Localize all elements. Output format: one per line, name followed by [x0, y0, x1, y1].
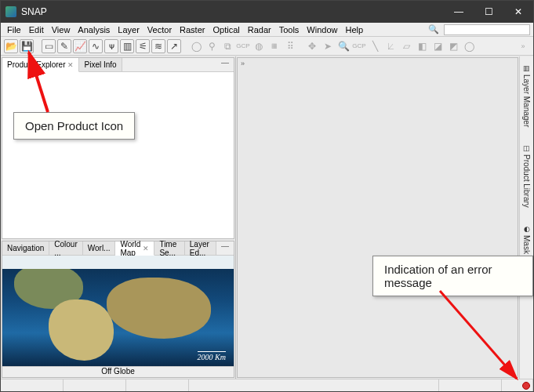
world-map-panel: Navigation Colour ... Worl... World Map …	[2, 241, 234, 378]
left-column: Product Explorer ✕ Pixel Info — Navigati…	[1, 56, 236, 379]
close-button[interactable]: ✕	[503, 1, 533, 23]
cluster-icon[interactable]: ⠿	[283, 39, 297, 53]
left-top-tabs: Product Explorer ✕ Pixel Info —	[2, 58, 234, 72]
tab-label: Colour ...	[54, 240, 77, 257]
menu-tools[interactable]: Tools	[276, 25, 303, 34]
profile-icon[interactable]: ↗	[167, 39, 181, 53]
tab-pixel-info[interactable]: Pixel Info	[79, 58, 122, 71]
main-overflow-icon[interactable]: »	[241, 60, 245, 67]
product-explorer-body[interactable]	[2, 72, 234, 238]
histogram-icon[interactable]: ▥	[120, 39, 134, 53]
main-view[interactable]: »	[237, 57, 518, 378]
callout-text: Open Product Icon	[25, 119, 123, 132]
open-product-button[interactable]: 📂	[4, 39, 18, 53]
tab-label: World Map	[120, 240, 140, 257]
product-explorer-panel: Product Explorer ✕ Pixel Info —	[2, 57, 234, 239]
search-box: 🔍	[425, 24, 530, 35]
app-window: SNAP — ☐ ✕ File Edit View Analysis Layer…	[0, 0, 534, 392]
bars-icon[interactable]: ∿	[89, 39, 103, 53]
gcp-icon[interactable]: GCP	[236, 39, 250, 53]
arrow-icon[interactable]: ➤	[321, 39, 335, 53]
tab-label: Layer Ed...	[190, 240, 211, 257]
angle-icon[interactable]: ⟀	[383, 39, 398, 53]
pin-icon[interactable]: ⚲	[205, 39, 219, 53]
callout-error-message: Indication of an error message	[372, 256, 533, 296]
menu-layer[interactable]: Layer	[114, 25, 143, 34]
shape-icon[interactable]: ◧	[415, 39, 429, 53]
tag2-icon[interactable]: ◩	[446, 39, 460, 53]
callout-open-product: Open Product Icon	[13, 112, 135, 140]
right-dock: ▥ Layer Manager ◫ Product Library ◐ Mask…	[519, 56, 533, 379]
world-map-body[interactable]: 2000 Km Off Globe	[2, 256, 234, 377]
tab-world-short[interactable]: Worl...	[83, 241, 116, 255]
mask-icon: ◐	[524, 225, 530, 233]
toolbar-overflow-icon[interactable]: »	[516, 39, 530, 53]
search-input[interactable]	[444, 24, 530, 35]
ellipse-icon[interactable]: ◯	[462, 39, 476, 53]
tab-world-map[interactable]: World Map ✕	[115, 241, 154, 256]
maximize-button[interactable]: ☐	[474, 1, 503, 23]
tab-label: Worl...	[88, 244, 111, 252]
left-bot-tabs: Navigation Colour ... Worl... World Map …	[2, 241, 234, 256]
close-tab-icon[interactable]: ✕	[143, 245, 149, 252]
tab-label: Pixel Info	[84, 60, 116, 69]
status-cell	[376, 379, 439, 391]
panel-minimize-icon[interactable]: —	[216, 58, 234, 71]
menu-radar[interactable]: Radar	[245, 25, 274, 34]
status-cell	[1, 379, 64, 391]
crop-icon[interactable]: ✎	[57, 39, 71, 53]
gcp2-icon[interactable]: GCP	[352, 39, 366, 53]
tag-icon[interactable]: ◪	[430, 39, 445, 53]
status-cell	[126, 379, 189, 391]
tab-label: Navigation	[7, 244, 44, 252]
menubar: File Edit View Analysis Layer Vector Ras…	[1, 23, 533, 37]
lineplot-icon[interactable]: ≋	[151, 39, 165, 53]
menu-file[interactable]: File	[4, 25, 24, 34]
chart-icon[interactable]: 📈	[73, 39, 87, 53]
search-icon[interactable]: 🔍	[425, 24, 442, 34]
body: Product Explorer ✕ Pixel Info — Navigati…	[1, 56, 519, 379]
scatter-icon[interactable]: ⚟	[136, 39, 150, 53]
minimize-button[interactable]: —	[444, 1, 474, 23]
layers-icon: ▥	[523, 64, 530, 72]
layers-icon[interactable]: ⧉	[220, 39, 234, 53]
menu-vector[interactable]: Vector	[144, 25, 175, 34]
statusbar	[1, 379, 533, 391]
error-indicator-icon[interactable]	[522, 382, 530, 390]
menu-optical[interactable]: Optical	[209, 25, 242, 34]
globe-icon[interactable]: ◯	[189, 39, 203, 53]
zoom-icon[interactable]: 🔍	[336, 39, 351, 53]
menu-view[interactable]: View	[49, 25, 74, 34]
panel-minimize-icon[interactable]: —	[216, 241, 234, 255]
menu-edit[interactable]: Edit	[26, 25, 47, 34]
menu-help[interactable]: Help	[342, 25, 366, 34]
pan-icon[interactable]: ✥	[305, 39, 319, 53]
tab-colour[interactable]: Colour ...	[49, 241, 82, 255]
save-button[interactable]: 💾	[20, 39, 34, 53]
grid-icon[interactable]: ▦	[267, 39, 282, 53]
tab-layer-editor[interactable]: Layer Ed...	[185, 241, 216, 255]
window-controls: — ☐ ✕	[444, 1, 533, 23]
right-tab-label: Layer Manager	[522, 74, 531, 127]
spectrum-icon[interactable]: ᴪ	[104, 39, 118, 53]
app-title: SNAP	[21, 6, 47, 17]
tab-label: Time Se...	[159, 240, 179, 257]
tab-time-series[interactable]: Time Se...	[154, 241, 184, 255]
tab-product-explorer[interactable]: Product Explorer ✕	[2, 58, 79, 72]
ruler-icon[interactable]: ╲	[368, 39, 382, 53]
close-tab-icon[interactable]: ✕	[67, 61, 74, 69]
right-tab-layer-manager[interactable]: ▥ Layer Manager	[522, 61, 531, 130]
status-cell	[64, 379, 126, 391]
mask-icon[interactable]: ◍	[252, 39, 266, 53]
menu-raster[interactable]: Raster	[176, 25, 208, 34]
right-tab-product-library[interactable]: ◫ Product Library	[522, 141, 531, 211]
tab-navigation[interactable]: Navigation	[2, 241, 49, 255]
menu-window[interactable]: Window	[303, 25, 340, 34]
polygon-icon[interactable]: ▱	[399, 39, 413, 53]
menu-analysis[interactable]: Analysis	[74, 25, 113, 34]
tab-label: Product Explorer	[7, 60, 65, 69]
right-tab-label: Product Library	[522, 154, 531, 208]
select-rect-icon[interactable]: ▭	[42, 39, 56, 53]
map-caption: Off Globe	[2, 366, 234, 377]
world-map-image[interactable]: 2000 Km	[2, 256, 234, 366]
